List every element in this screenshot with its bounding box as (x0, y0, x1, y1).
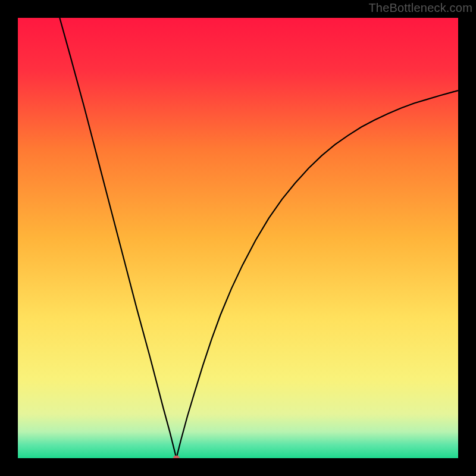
frame-right (458, 0, 476, 476)
frame-bottom (0, 458, 476, 476)
watermark-text: TheBottleneck.com (368, 1, 472, 15)
chart-container: TheBottleneck.com (0, 0, 476, 476)
plot-background (18, 18, 458, 458)
frame-left (0, 0, 18, 476)
bottleneck-chart (0, 0, 476, 476)
